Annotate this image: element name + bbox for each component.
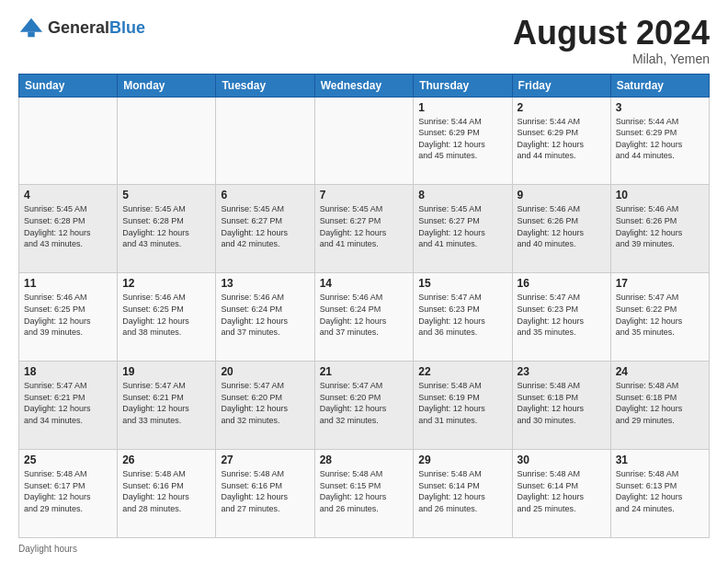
daylight-hours-label: Daylight hours	[18, 544, 77, 554]
table-row: 9Sunrise: 5:46 AM Sunset: 6:26 PM Daylig…	[512, 185, 610, 273]
svg-marker-0	[20, 18, 42, 32]
table-row: 27Sunrise: 5:48 AM Sunset: 6:16 PM Dayli…	[216, 450, 314, 538]
table-row: 22Sunrise: 5:48 AM Sunset: 6:19 PM Dayli…	[414, 362, 512, 450]
calendar-header-row: Sunday Monday Tuesday Wednesday Thursday…	[19, 74, 710, 97]
logo: GeneralBlue	[18, 15, 145, 40]
day-number: 26	[122, 454, 210, 466]
table-row: 15Sunrise: 5:47 AM Sunset: 6:23 PM Dayli…	[414, 273, 512, 362]
day-info: Sunrise: 5:46 AM Sunset: 6:26 PM Dayligh…	[518, 203, 606, 249]
day-info: Sunrise: 5:44 AM Sunset: 6:29 PM Dayligh…	[616, 116, 704, 162]
table-row: 11Sunrise: 5:46 AM Sunset: 6:25 PM Dayli…	[19, 273, 118, 362]
day-number: 24	[616, 365, 704, 378]
header-monday: Monday	[118, 74, 216, 97]
table-row: 28Sunrise: 5:48 AM Sunset: 6:15 PM Dayli…	[314, 450, 414, 538]
day-number: 8	[418, 189, 506, 201]
day-info: Sunrise: 5:44 AM Sunset: 6:29 PM Dayligh…	[418, 116, 506, 162]
day-number: 29	[418, 454, 506, 466]
day-number: 23	[518, 365, 606, 378]
header-saturday: Saturday	[610, 74, 709, 97]
day-number: 6	[221, 189, 309, 201]
day-number: 21	[320, 365, 409, 378]
day-number: 4	[24, 189, 112, 201]
day-number: 1	[418, 101, 506, 114]
table-row: 23Sunrise: 5:48 AM Sunset: 6:18 PM Dayli…	[512, 362, 610, 450]
calendar-week-4: 18Sunrise: 5:47 AM Sunset: 6:21 PM Dayli…	[19, 362, 710, 450]
page: GeneralBlue August 2024 Milah, Yemen Sun…	[0, 0, 728, 563]
day-number: 27	[221, 454, 309, 466]
day-number: 22	[418, 365, 506, 378]
table-row: 19Sunrise: 5:47 AM Sunset: 6:21 PM Dayli…	[118, 362, 216, 450]
table-row: 30Sunrise: 5:48 AM Sunset: 6:14 PM Dayli…	[512, 450, 610, 538]
day-number: 5	[122, 189, 210, 201]
table-row: 4Sunrise: 5:45 AM Sunset: 6:28 PM Daylig…	[19, 185, 118, 273]
day-number: 16	[518, 277, 606, 290]
table-row: 17Sunrise: 5:47 AM Sunset: 6:22 PM Dayli…	[610, 273, 709, 362]
day-info: Sunrise: 5:46 AM Sunset: 6:26 PM Dayligh…	[616, 203, 704, 249]
table-row: 2Sunrise: 5:44 AM Sunset: 6:29 PM Daylig…	[512, 97, 610, 185]
table-row: 7Sunrise: 5:45 AM Sunset: 6:27 PM Daylig…	[314, 185, 414, 273]
table-row: 18Sunrise: 5:47 AM Sunset: 6:21 PM Dayli…	[19, 362, 118, 450]
day-info: Sunrise: 5:46 AM Sunset: 6:25 PM Dayligh…	[122, 292, 210, 338]
day-info: Sunrise: 5:44 AM Sunset: 6:29 PM Dayligh…	[518, 116, 606, 162]
day-info: Sunrise: 5:48 AM Sunset: 6:14 PM Dayligh…	[518, 468, 606, 514]
day-info: Sunrise: 5:47 AM Sunset: 6:21 PM Dayligh…	[24, 380, 112, 426]
day-number: 11	[24, 277, 112, 290]
day-info: Sunrise: 5:47 AM Sunset: 6:20 PM Dayligh…	[320, 380, 409, 426]
day-number: 19	[122, 365, 210, 378]
day-info: Sunrise: 5:47 AM Sunset: 6:23 PM Dayligh…	[518, 292, 606, 338]
day-number: 14	[320, 277, 409, 290]
day-info: Sunrise: 5:46 AM Sunset: 6:24 PM Dayligh…	[221, 292, 309, 338]
month-year-title: August 2024	[513, 15, 710, 52]
svg-rect-1	[28, 32, 34, 38]
table-row: 1Sunrise: 5:44 AM Sunset: 6:29 PM Daylig…	[414, 97, 512, 185]
table-row: 14Sunrise: 5:46 AM Sunset: 6:24 PM Dayli…	[314, 273, 414, 362]
day-info: Sunrise: 5:48 AM Sunset: 6:15 PM Dayligh…	[320, 468, 409, 514]
table-row: 13Sunrise: 5:46 AM Sunset: 6:24 PM Dayli…	[216, 273, 314, 362]
table-row	[19, 97, 118, 185]
day-number: 25	[24, 454, 112, 466]
day-number: 13	[221, 277, 309, 290]
table-row: 25Sunrise: 5:48 AM Sunset: 6:17 PM Dayli…	[19, 450, 118, 538]
table-row: 20Sunrise: 5:47 AM Sunset: 6:20 PM Dayli…	[216, 362, 314, 450]
day-number: 17	[616, 277, 704, 290]
day-info: Sunrise: 5:47 AM Sunset: 6:20 PM Dayligh…	[221, 380, 309, 426]
day-info: Sunrise: 5:48 AM Sunset: 6:18 PM Dayligh…	[518, 380, 606, 426]
day-info: Sunrise: 5:46 AM Sunset: 6:25 PM Dayligh…	[24, 292, 112, 338]
header-sunday: Sunday	[19, 74, 118, 97]
table-row	[216, 97, 314, 185]
calendar-week-5: 25Sunrise: 5:48 AM Sunset: 6:17 PM Dayli…	[19, 450, 710, 538]
day-info: Sunrise: 5:48 AM Sunset: 6:16 PM Dayligh…	[221, 468, 309, 514]
day-info: Sunrise: 5:45 AM Sunset: 6:27 PM Dayligh…	[221, 203, 309, 249]
calendar-table: Sunday Monday Tuesday Wednesday Thursday…	[18, 74, 710, 538]
day-number: 12	[122, 277, 210, 290]
day-number: 18	[24, 365, 112, 378]
table-row: 24Sunrise: 5:48 AM Sunset: 6:18 PM Dayli…	[610, 362, 709, 450]
day-info: Sunrise: 5:48 AM Sunset: 6:16 PM Dayligh…	[122, 468, 210, 514]
table-row: 29Sunrise: 5:48 AM Sunset: 6:14 PM Dayli…	[414, 450, 512, 538]
table-row: 31Sunrise: 5:48 AM Sunset: 6:13 PM Dayli…	[610, 450, 709, 538]
day-info: Sunrise: 5:47 AM Sunset: 6:22 PM Dayligh…	[616, 292, 704, 338]
day-number: 20	[221, 365, 309, 378]
day-info: Sunrise: 5:48 AM Sunset: 6:13 PM Dayligh…	[616, 468, 704, 514]
location-title: Milah, Yemen	[513, 52, 710, 66]
day-info: Sunrise: 5:47 AM Sunset: 6:23 PM Dayligh…	[418, 292, 506, 338]
table-row	[314, 97, 414, 185]
day-info: Sunrise: 5:45 AM Sunset: 6:27 PM Dayligh…	[320, 203, 409, 249]
table-row: 16Sunrise: 5:47 AM Sunset: 6:23 PM Dayli…	[512, 273, 610, 362]
day-number: 9	[518, 189, 606, 201]
day-number: 28	[320, 454, 409, 466]
table-row: 10Sunrise: 5:46 AM Sunset: 6:26 PM Dayli…	[610, 185, 709, 273]
header-wednesday: Wednesday	[314, 74, 414, 97]
table-row: 6Sunrise: 5:45 AM Sunset: 6:27 PM Daylig…	[216, 185, 314, 273]
calendar-week-3: 11Sunrise: 5:46 AM Sunset: 6:25 PM Dayli…	[19, 273, 710, 362]
day-number: 15	[418, 277, 506, 290]
table-row	[118, 97, 216, 185]
title-block: August 2024 Milah, Yemen	[513, 15, 710, 66]
day-number: 10	[616, 189, 704, 201]
day-info: Sunrise: 5:47 AM Sunset: 6:21 PM Dayligh…	[122, 380, 210, 426]
day-info: Sunrise: 5:48 AM Sunset: 6:19 PM Dayligh…	[418, 380, 506, 426]
table-row: 26Sunrise: 5:48 AM Sunset: 6:16 PM Dayli…	[118, 450, 216, 538]
header: GeneralBlue August 2024 Milah, Yemen	[18, 15, 710, 66]
day-number: 2	[518, 101, 606, 114]
table-row: 12Sunrise: 5:46 AM Sunset: 6:25 PM Dayli…	[118, 273, 216, 362]
